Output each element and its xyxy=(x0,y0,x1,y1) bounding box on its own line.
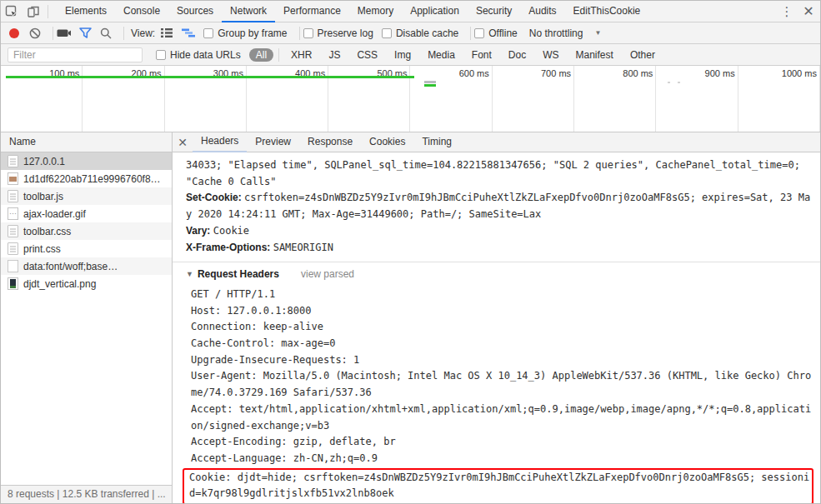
request-name: toolbar.js xyxy=(23,191,63,202)
filter-type-font[interactable]: Font xyxy=(465,48,498,62)
divider xyxy=(123,27,124,40)
tab-memory[interactable]: Memory xyxy=(349,1,402,22)
filter-bar: Hide data URLs AllXHRJSCSSImgMediaFontDo… xyxy=(1,44,820,66)
detail-tab-timing[interactable]: Timing xyxy=(413,132,460,152)
name-column-header[interactable]: Name xyxy=(1,132,172,152)
show-overview-icon[interactable] xyxy=(182,27,195,38)
overview-request-bar-gray xyxy=(424,81,436,83)
raw-header-line: Accept: text/html,application/xhtml+xml,… xyxy=(191,402,815,434)
detail-tab-bar: ✕ HeadersPreviewResponseCookiesTiming xyxy=(173,132,820,152)
triangle-down-icon[interactable]: ▼ xyxy=(186,267,193,283)
hide-data-urls-checkbox[interactable]: Hide data URLs xyxy=(156,49,241,61)
tab-performance[interactable]: Performance xyxy=(275,1,349,22)
view-parsed-link[interactable]: view parsed xyxy=(301,267,354,283)
requests-sidebar: Name 127.0.0.11d1df6220ab711e9996760f8…t… xyxy=(1,132,173,503)
close-detail-icon[interactable]: ✕ xyxy=(173,136,193,149)
checkbox-icon xyxy=(382,28,392,38)
overview-dot xyxy=(668,82,670,83)
tab-sources[interactable]: Sources xyxy=(168,1,222,22)
request-list: 127.0.0.11d1df6220ab711e9996760f8…toolba… xyxy=(1,152,172,292)
tab-network[interactable]: Network xyxy=(222,1,275,22)
tabbar-right: ⋮ ✕ xyxy=(777,3,820,19)
tab-audits[interactable]: Audits xyxy=(520,1,564,22)
close-devtools-icon[interactable]: ✕ xyxy=(797,3,820,19)
checkbox-icon xyxy=(303,28,313,38)
disable-cache-checkbox[interactable]: Disable cache xyxy=(382,27,458,39)
divider xyxy=(299,27,300,40)
overview-request-bar-green xyxy=(424,84,436,87)
preserve-log-label: Preserve log xyxy=(318,27,373,39)
divider xyxy=(470,27,471,40)
response-headers: Set-Cookie: csrftoken=z4sDnWBZDz5Y9zIvr0… xyxy=(186,190,815,256)
response-header-vary: Vary: Cookie xyxy=(186,223,815,240)
request-row-127.0.0.1[interactable]: 127.0.0.1 xyxy=(1,152,172,170)
filter-type-doc[interactable]: Doc xyxy=(502,48,533,62)
response-header-set-cookie: Set-Cookie: csrftoken=z4sDnWBZDz5Y9zIvr0… xyxy=(186,190,815,222)
filter-input[interactable] xyxy=(8,47,143,62)
request-headers-title[interactable]: Request Headers xyxy=(198,267,279,283)
request-name: data:font/woff;base… xyxy=(23,261,118,272)
filter-type-manifest[interactable]: Manifest xyxy=(569,48,620,62)
raw-header-line: Accept-Encoding: gzip, deflate, br xyxy=(191,434,815,451)
timeline-tick: 800 ms xyxy=(574,66,656,132)
record-network-log-button[interactable] xyxy=(9,28,19,38)
request-name: print.css xyxy=(23,243,61,255)
request-headers-raw: GET / HTTP/1.1Host: 127.0.0.1:8000Connec… xyxy=(191,287,815,503)
chevron-down-icon: ▼ xyxy=(594,29,601,37)
capture-screenshots-icon[interactable] xyxy=(57,27,71,38)
group-by-frame-checkbox[interactable]: Group by frame xyxy=(203,27,287,39)
search-icon[interactable] xyxy=(100,27,112,39)
device-toolbar-icon[interactable] xyxy=(23,1,44,22)
document-file-icon xyxy=(8,225,18,237)
header-value: csrftoken=z4sDnWBZDz5Y9zIvr0mI9hJBmCciPu… xyxy=(186,192,810,220)
detail-tab-headers[interactable]: Headers xyxy=(193,132,247,152)
raw-header-line: Upgrade-Insecure-Requests: 1 xyxy=(191,352,815,369)
filter-type-media[interactable]: Media xyxy=(421,48,462,62)
tab-editthiscookie[interactable]: EditThisCookie xyxy=(565,1,649,22)
offline-checkbox[interactable]: Offline xyxy=(474,27,517,39)
detail-tab-preview[interactable]: Preview xyxy=(247,132,299,152)
more-options-icon[interactable]: ⋮ xyxy=(777,4,797,19)
request-row-djdt-vertical.png[interactable]: djdt_vertical.png xyxy=(1,275,172,292)
network-overview[interactable]: 100 ms200 ms300 ms400 ms500 ms600 ms700 … xyxy=(1,66,820,132)
raw-header-line: Cache-Control: max-age=0 xyxy=(191,336,815,352)
tab-application[interactable]: Application xyxy=(402,1,468,22)
filter-type-all[interactable]: All xyxy=(249,48,273,62)
filter-type-other[interactable]: Other xyxy=(623,48,662,62)
detail-tab-cookies[interactable]: Cookies xyxy=(361,132,413,152)
offline-label: Offline xyxy=(488,27,517,39)
raw-header-line: User-Agent: Mozilla/5.0 (Macintosh; Inte… xyxy=(191,368,815,401)
tab-security[interactable]: Security xyxy=(468,1,520,22)
request-row-ajax-loader.gif[interactable]: ajax-loader.gif xyxy=(1,205,172,222)
detail-tab-response[interactable]: Response xyxy=(299,132,361,152)
large-request-rows-icon[interactable] xyxy=(160,27,173,38)
timeline-tick: 1000 ms xyxy=(738,66,820,132)
filter-type-xhr[interactable]: XHR xyxy=(284,48,318,62)
header-name: Vary: xyxy=(186,225,213,237)
filter-type-css[interactable]: CSS xyxy=(350,48,384,62)
request-name: 127.0.0.1 xyxy=(23,156,65,167)
request-name: djdt_vertical.png xyxy=(23,278,96,290)
filter-icon[interactable] xyxy=(79,27,92,38)
filter-type-js[interactable]: JS xyxy=(322,48,347,62)
request-row-print.css[interactable]: print.css xyxy=(1,240,172,257)
throttling-select[interactable]: No throttling ▼ xyxy=(529,27,602,39)
filter-type-img[interactable]: Img xyxy=(388,48,418,62)
request-row-toolbar.js[interactable]: toolbar.js xyxy=(1,187,172,205)
inspect-element-icon[interactable] xyxy=(1,1,23,22)
request-row-toolbar.css[interactable]: toolbar.css xyxy=(1,222,172,240)
tab-console[interactable]: Console xyxy=(115,1,168,22)
devtools-window: ElementsConsoleSourcesNetworkPerformance… xyxy=(0,0,821,504)
preserve-log-checkbox[interactable]: Preserve log xyxy=(303,27,373,39)
raw-header-line: Connection: keep-alive xyxy=(191,319,815,336)
request-row-1d1df6220ab711e9996760f8-[interactable]: 1d1df6220ab711e9996760f8… xyxy=(1,170,172,187)
filter-type-ws[interactable]: WS xyxy=(536,48,565,62)
request-row-data-font-woff-base-[interactable]: data:font/woff;base… xyxy=(1,257,172,275)
raw-header-line: Accept-Language: zh-CN,zh;q=0.9 xyxy=(191,451,815,467)
tab-elements[interactable]: Elements xyxy=(57,1,115,22)
divider xyxy=(278,48,279,62)
clear-icon[interactable] xyxy=(29,27,41,39)
timeline-tick: 900 ms xyxy=(656,66,738,132)
throttling-value: No throttling xyxy=(529,27,583,39)
image-file-icon xyxy=(8,172,18,185)
